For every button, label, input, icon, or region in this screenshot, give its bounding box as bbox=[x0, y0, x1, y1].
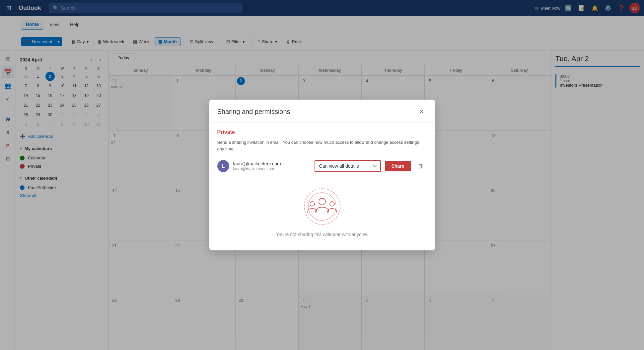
modal-email-addr: laura@mailmeteor.com bbox=[233, 166, 311, 171]
share-submit-button[interactable]: Share bbox=[385, 161, 411, 171]
modal-private-label: Private bbox=[217, 129, 427, 135]
trash-icon: 🗑 bbox=[418, 163, 424, 170]
modal-body: Private Send a sharing invitation in ema… bbox=[209, 123, 435, 250]
empty-state-illustration bbox=[302, 187, 342, 226]
modal-close-button[interactable]: ✕ bbox=[416, 106, 427, 117]
modal-share-row: L laura@mailmeteor.com laura@mailmeteor.… bbox=[217, 160, 427, 172]
modal-email-name: laura@mailmeteor.com bbox=[233, 161, 311, 166]
modal-empty-text: You're not sharing this calendar with an… bbox=[276, 232, 368, 237]
svg-point-4 bbox=[330, 202, 334, 206]
svg-point-2 bbox=[319, 198, 325, 205]
svg-point-1 bbox=[308, 193, 336, 220]
modal-email-info: laura@mailmeteor.com laura@mailmeteor.co… bbox=[233, 161, 311, 171]
modal-overlay[interactable]: Sharing and permissions ✕ Private Send a… bbox=[0, 0, 644, 350]
modal-title: Sharing and permissions bbox=[217, 108, 290, 116]
modal-empty-state: You're not sharing this calendar with an… bbox=[217, 180, 427, 244]
modal-description: Send a sharing invitation in email. You … bbox=[217, 139, 427, 152]
delete-share-button[interactable]: 🗑 bbox=[415, 160, 427, 172]
modal-user-avatar: L bbox=[217, 160, 229, 172]
modal-header: Sharing and permissions ✕ bbox=[209, 100, 435, 123]
permission-select[interactable]: Can view when I'm busy Can view all deta… bbox=[315, 160, 381, 172]
svg-point-3 bbox=[310, 202, 315, 206]
svg-point-0 bbox=[304, 189, 340, 224]
sharing-permissions-modal: Sharing and permissions ✕ Private Send a… bbox=[209, 100, 435, 250]
